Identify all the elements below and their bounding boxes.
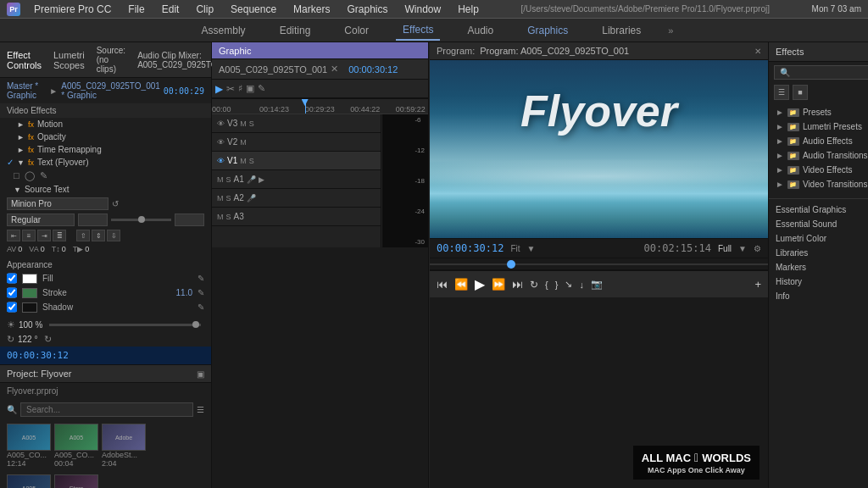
tab-editing[interactable]: Editing	[273, 21, 318, 40]
pencil-stroke-icon[interactable]: ✎	[198, 288, 204, 297]
reset-rotation-icon[interactable]: ↻	[44, 334, 52, 345]
essential-graphics[interactable]: Essential Graphics	[769, 202, 868, 217]
align-justify[interactable]: ≣	[53, 230, 66, 241]
out-point-btn[interactable]: }	[555, 280, 559, 290]
effects-search-input[interactable]	[774, 65, 868, 80]
selection-tool[interactable]: ▶	[215, 83, 223, 95]
pen-timeline-tool[interactable]: ✎	[258, 83, 265, 94]
enable-checkbox[interactable]: ✓	[7, 158, 14, 167]
menu-edit[interactable]: Edit	[159, 2, 183, 17]
tab-graphics[interactable]: Graphics	[520, 21, 575, 40]
full-quality[interactable]: Full	[718, 244, 732, 253]
fill-checkbox[interactable]	[7, 273, 17, 284]
category-lumetri-presets[interactable]: ► 📁 Lumetri Presets	[776, 119, 868, 134]
clip-thumb-1[interactable]: A005 A005_CO... 12:14	[7, 424, 51, 468]
add-marker-btn[interactable]: +	[754, 278, 761, 291]
tab-effect-controls[interactable]: Effect Controls	[7, 50, 42, 70]
tab-color[interactable]: Color	[337, 21, 376, 40]
scrubber-thumb[interactable]	[507, 260, 515, 269]
menu-clip[interactable]: Clip	[192, 2, 217, 17]
opacity-value[interactable]: 100 %	[19, 320, 42, 330]
loop-btn[interactable]: ↻	[530, 279, 538, 291]
tab-lumetri-scopes[interactable]: Lumetri Scopes	[53, 50, 85, 70]
tab-source[interactable]: Source: (no clips)	[97, 46, 125, 74]
ripple-tool[interactable]: ♯	[238, 83, 242, 94]
size-slider[interactable]	[111, 219, 171, 221]
effect-motion[interactable]: ► fx Motion	[0, 118, 211, 130]
stroke-checkbox[interactable]	[7, 287, 17, 298]
toggle-icon[interactable]: ►	[17, 146, 25, 154]
tab-libraries[interactable]: Libraries	[595, 21, 648, 40]
effects-view-icon-2[interactable]: ■	[793, 85, 808, 100]
settings-icon[interactable]: ⚙	[754, 244, 761, 253]
history-item[interactable]: History	[769, 274, 868, 289]
toggle-icon[interactable]: ►	[17, 133, 25, 141]
info-item[interactable]: Info	[769, 289, 868, 303]
shadow-color-swatch[interactable]	[22, 302, 37, 313]
quality-dropdown-icon[interactable]: ▼	[738, 244, 747, 253]
align-center[interactable]: ≡	[22, 230, 36, 241]
effect-opacity[interactable]: ► fx Opacity	[0, 130, 211, 143]
category-video-transitions[interactable]: ► 📁 Video Transitions	[776, 177, 868, 191]
play-btn[interactable]: ▶	[475, 276, 485, 292]
align-right[interactable]: ⇥	[37, 230, 51, 241]
category-audio-effects[interactable]: ► 📁 Audio Effects	[776, 134, 868, 148]
fill-color-swatch[interactable]	[22, 274, 37, 284]
rect-tool[interactable]: □	[14, 170, 19, 181]
list-view-icon[interactable]: ☰	[197, 405, 204, 414]
category-presets[interactable]: ► 📁 Presets	[776, 105, 868, 119]
source-text-label[interactable]: ▼ Source Text	[0, 183, 211, 196]
effects-view-icon-1[interactable]: ☰	[774, 85, 789, 100]
menu-help[interactable]: Help	[454, 2, 482, 17]
collapse-icon[interactable]: ▣	[197, 369, 204, 379]
menu-graphics[interactable]: Graphics	[343, 2, 391, 17]
effect-time-remap[interactable]: ► fx Time Remapping	[0, 143, 211, 156]
lumetri-color[interactable]: Lumetri Color	[769, 231, 868, 246]
font-style-input[interactable]	[7, 214, 75, 226]
font-reset-icon[interactable]: ↺	[112, 199, 119, 208]
essential-sound[interactable]: Essential Sound	[769, 217, 868, 231]
rewind-to-start-btn[interactable]: ⏮	[437, 278, 448, 291]
menu-premiere[interactable]: Premiere Pro CC	[31, 2, 114, 17]
slip-tool[interactable]: ▣	[246, 83, 254, 94]
toggle-icon[interactable]: ▼	[14, 186, 21, 194]
menu-window[interactable]: Window	[401, 2, 444, 17]
clip-thumb-2[interactable]: A005 A005_CO... 00:04	[54, 424, 98, 468]
tab-audio[interactable]: Audio	[460, 21, 500, 40]
toggle-icon[interactable]: ▼	[17, 158, 25, 167]
fit-dropdown-icon[interactable]: ▼	[527, 244, 536, 253]
ellipse-tool[interactable]: ◯	[25, 170, 35, 181]
pencil-shadow-icon[interactable]: ✎	[198, 302, 204, 312]
export-frame-btn[interactable]: 📷	[591, 279, 603, 290]
font-size-input[interactable]: 100	[78, 214, 108, 226]
playback-scrubber[interactable]	[430, 258, 768, 270]
shadow-checkbox[interactable]	[7, 302, 17, 313]
insert-btn[interactable]: ↘	[565, 279, 572, 290]
overwrite-btn[interactable]: ↓	[579, 280, 584, 290]
markers-item[interactable]: Markers	[769, 260, 868, 274]
project-search-input[interactable]	[20, 402, 193, 417]
align-middle[interactable]: ⇕	[92, 230, 105, 241]
pen-tool[interactable]: ✎	[40, 170, 47, 181]
menu-sequence[interactable]: Sequence	[227, 2, 280, 17]
tracking-input[interactable]: 400	[175, 214, 204, 226]
tab-effects[interactable]: Effects	[396, 20, 440, 41]
rotation-value[interactable]: 122 °	[18, 335, 37, 344]
category-audio-transitions[interactable]: ► 📁 Audio Transitions	[776, 148, 868, 163]
clip-thumb-4[interactable]: A005 A005_CO... 6:12	[7, 474, 51, 488]
razor-tool[interactable]: ✂	[226, 83, 235, 95]
step-back-btn[interactable]: ⏪	[454, 278, 468, 291]
align-top[interactable]: ⇧	[76, 230, 90, 241]
effect-text-flyover[interactable]: ✓ ▼ fx Text (Flyover)	[0, 156, 211, 169]
align-left[interactable]: ⇤	[7, 230, 20, 241]
tab-assembly[interactable]: Assembly	[195, 21, 253, 40]
clip-thumb-3[interactable]: Adobe AdobeSt... 2:04	[102, 424, 146, 468]
stroke-color-swatch[interactable]	[22, 288, 37, 298]
more-workspaces-icon[interactable]: »	[668, 25, 673, 36]
close-monitor-icon[interactable]: ✕	[754, 47, 761, 56]
menu-markers[interactable]: Markers	[290, 2, 333, 17]
menu-file[interactable]: File	[125, 2, 147, 17]
libraries-item[interactable]: Libraries	[769, 246, 868, 260]
clip-thumb-5[interactable]: Stars StarsT1... 4:01	[54, 474, 98, 488]
forward-to-end-btn[interactable]: ⏭	[512, 278, 523, 291]
